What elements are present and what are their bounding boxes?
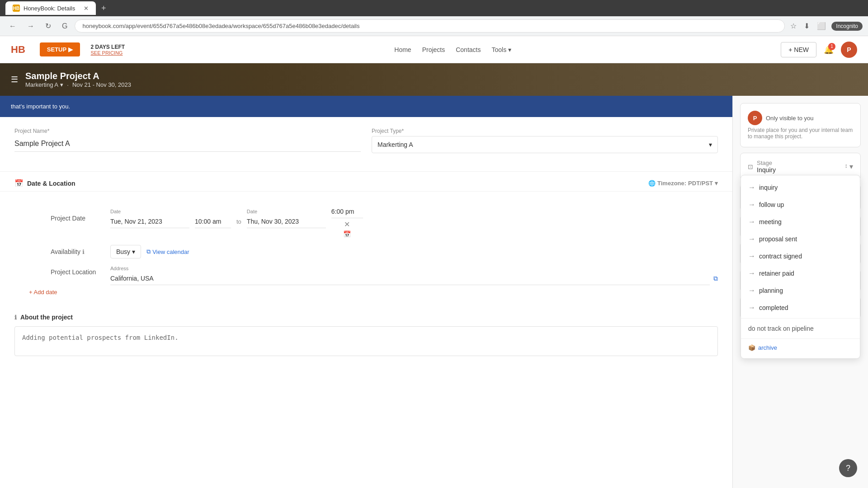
browser-nav: ← → ↻ G honeybook.com/app/event/655d767a… [0,16,868,36]
notifications-button[interactable]: 🔔 1 [824,45,834,55]
dropdown-item-retainer-paid[interactable]: → retainer paid [741,265,860,282]
add-date-button[interactable]: + Add date [14,285,718,299]
browser-tab[interactable]: HB HoneyBook: Details ✕ [5,1,96,15]
new-button[interactable]: + NEW [781,42,816,57]
see-pricing-link[interactable]: SEE PRICING [91,50,125,56]
calendar-icon[interactable]: 📅 [343,230,351,238]
about-textarea[interactable]: Adding potential prospects from LinkedIn… [14,326,718,356]
location-external-link-icon[interactable]: ⧉ [713,275,718,282]
stage-card[interactable]: ⊡ Stage Inquiry ↕ ▾ → inquiry → follow u… [740,153,861,180]
notif-count: 1 [828,43,835,50]
date-location-title: Date & Location [27,180,75,187]
dropdown-item-planning[interactable]: → planning [741,282,860,299]
visibility-card: P Only visible to you Private place for … [740,103,861,147]
nav-projects[interactable]: Projects [422,46,445,53]
url-text: honeybook.com/app/event/655d767a5e486b08… [82,23,359,29]
availability-info-icon[interactable]: ℹ [82,249,85,255]
calendar-header-icon: 📅 [14,179,24,188]
project-name-section: Project Name* Project Type* Markerting A… [0,117,732,172]
view-calendar-link[interactable]: ⧉ View calendar [146,248,189,255]
main-layout: that's important to you. Project Name* P… [0,96,868,488]
header-right: + NEW 🔔 1 P [781,42,857,58]
days-left-count: 2 DAYS LEFT [91,44,125,50]
address-input-row: ⧉ [110,272,718,285]
home-button[interactable]: G [58,20,71,32]
dropdown-item-followup[interactable]: → follow up [741,196,860,213]
new-tab-button[interactable]: + [99,2,108,15]
dropdown-item-completed[interactable]: → completed [741,299,860,316]
user-avatar[interactable]: P [841,42,857,58]
visibility-header: P Only visible to you [748,111,853,125]
dropdown-item-meeting[interactable]: → meeting [741,213,860,230]
extensions-button[interactable]: ⬜ [815,20,828,32]
stage-chevron[interactable]: ▾ [849,162,853,171]
stage-dropdown: → inquiry → follow up → meeting → propos… [741,175,860,359]
dropdown-item-inquiry[interactable]: → inquiry [741,179,860,196]
start-time-input[interactable] [195,215,231,228]
timezone-arrow[interactable]: ▾ [715,180,718,187]
refresh-button[interactable]: ↻ [42,20,55,32]
address-bar[interactable]: honeybook.com/app/event/655d767a5e486b08… [75,19,785,33]
tab-icon: HB [13,5,20,12]
timezone-row: 🌐 Timezone: PDT/PST ▾ [648,180,718,187]
project-title: Sample Project A [25,71,131,81]
nav-home[interactable]: Home [394,46,411,53]
nav-actions: ☆ ⬇ ⬜ Incognito [788,20,863,32]
address-label: Address [110,266,718,271]
stage-info: Stage Inquiry [757,160,776,174]
project-name-group: Project Name* [14,128,361,153]
about-header: ℹ About the project [14,314,718,321]
globe-icon: 🌐 [648,180,656,187]
days-left-info: 2 DAYS LEFT SEE PRICING [91,44,125,56]
nav-tools[interactable]: Tools ▾ [491,46,511,53]
address-input[interactable] [110,272,710,285]
project-location-row: Project Location Address ⧉ [14,266,718,285]
project-dates: Nov 21 - Nov 30, 2023 [72,81,131,88]
project-name-input[interactable] [14,136,361,152]
bookmark-button[interactable]: ☆ [788,20,798,32]
setup-button[interactable]: SETUP ▶ [40,42,80,56]
dropdown-item-no-track[interactable]: do not track on pipeline [741,320,860,337]
end-time-input[interactable] [331,205,363,218]
end-date-field: Date [247,209,326,228]
content-banner: that's important to you. [0,96,732,117]
app-header: HB SETUP ▶ 2 DAYS LEFT SEE PRICING Home … [0,36,868,63]
stage-cursor[interactable]: ↕ [845,162,848,171]
project-type-label: Project Type* [372,128,718,134]
help-button[interactable]: ? [839,459,857,477]
date-location-fields: Project Date Date to Date Date ✕ [0,192,732,306]
clear-time-button[interactable]: ✕ [344,220,350,229]
project-location-label: Project Location [51,266,105,276]
dropdown-item-contract-signed[interactable]: → contract signed [741,248,860,265]
visibility-label: Only visible to you [766,115,814,122]
project-info: Sample Project A Markerting A ▾ · Nov 21… [25,71,131,89]
busy-value: Busy [116,248,130,255]
dropdown-item-proposal-sent[interactable]: → proposal sent [741,230,860,248]
availability-select[interactable]: Busy ▾ [110,245,141,258]
project-type-arrow: ▾ [709,141,712,148]
end-time-field: Date ✕ 📅 [331,205,363,238]
menu-icon[interactable]: ☰ [11,75,18,84]
stage-icon: ⊡ [748,163,753,170]
end-date-input[interactable] [247,215,326,228]
forward-button[interactable]: → [24,20,38,32]
app-logo: HB [11,44,25,56]
nav-contacts[interactable]: Contacts [456,46,481,53]
start-date-input[interactable] [110,215,189,228]
project-name-label: Project Name* [14,128,361,134]
dropdown-archive[interactable]: 📦 archive [741,341,860,355]
dropdown-divider [741,318,860,319]
right-panel: P Only visible to you Private place for … [732,96,868,488]
archive-icon: 📦 [748,344,755,351]
stage-label: Stage [757,160,776,166]
visibility-desc: Private place for you and your internal … [748,127,853,140]
main-nav: Home Projects Contacts Tools ▾ [394,46,511,53]
stage-value: Inquiry [757,166,776,174]
download-button[interactable]: ⬇ [802,20,811,32]
back-button[interactable]: ← [5,20,20,32]
project-header: ☰ Sample Project A Markerting A ▾ · Nov … [0,63,868,96]
timezone-label: Timezone: [657,180,686,187]
tab-close-btn[interactable]: ✕ [84,5,89,12]
project-type-select[interactable]: Markerting A ▾ [372,136,718,153]
busy-arrow: ▾ [132,248,135,255]
